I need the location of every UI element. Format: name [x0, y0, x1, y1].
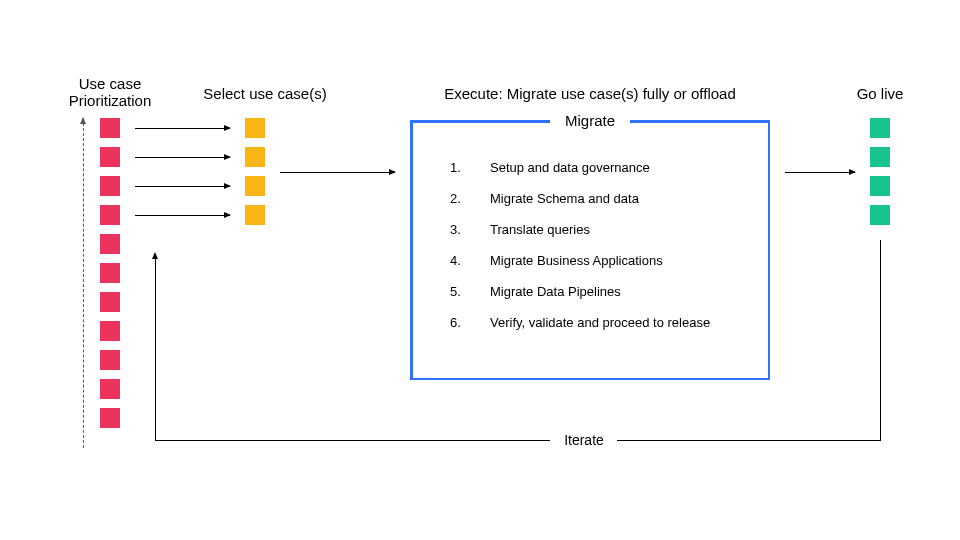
red-square: [100, 379, 120, 399]
prioritization-axis-arrow: [83, 118, 84, 448]
red-square: [100, 176, 120, 196]
migrate-step: Verify, validate and proceed to release: [450, 315, 750, 330]
green-square: [870, 147, 890, 167]
iterate-label: Iterate: [550, 432, 618, 448]
red-square: [100, 350, 120, 370]
migrate-step: Setup and data governance: [450, 160, 750, 175]
iterate-arrowhead: [152, 252, 158, 259]
heading-prioritization: Use case Prioritization: [50, 75, 170, 109]
heading-select: Select use case(s): [185, 85, 345, 102]
amber-square: [245, 147, 265, 167]
red-square: [100, 118, 120, 138]
migrate-left-border: [410, 120, 413, 380]
migrate-bottom-border: [410, 378, 770, 381]
red-square: [100, 234, 120, 254]
red-square: [100, 408, 120, 428]
prioritization-column: [100, 118, 120, 428]
heading-prioritization-line2: Prioritization: [69, 92, 152, 109]
select-column: [245, 118, 265, 225]
arrow-red-to-amber-1: [135, 128, 230, 129]
migrate-top-border-right: [630, 120, 770, 123]
migrate-label: Migrate: [560, 112, 620, 129]
red-square: [100, 321, 120, 341]
green-square: [870, 205, 890, 225]
green-square: [870, 118, 890, 138]
migrate-box: Migrate Setup and data governanceMigrate…: [410, 120, 770, 380]
heading-execute: Execute: Migrate use case(s) fully or of…: [410, 85, 770, 102]
iterate-horizontal-left: [155, 440, 550, 441]
red-square: [100, 205, 120, 225]
arrow-red-to-amber-2: [135, 157, 230, 158]
arrow-red-to-amber-4: [135, 215, 230, 216]
golive-column: [870, 118, 890, 225]
diagram-stage: Use case Prioritization Select use case(…: [0, 0, 960, 540]
amber-square: [245, 118, 265, 138]
migrate-step: Migrate Schema and data: [450, 191, 750, 206]
arrow-red-to-amber-3: [135, 186, 230, 187]
amber-square: [245, 205, 265, 225]
red-square: [100, 147, 120, 167]
migrate-step: Translate queries: [450, 222, 750, 237]
heading-prioritization-line1: Use case: [79, 75, 142, 92]
migrate-steps: Setup and data governanceMigrate Schema …: [450, 160, 750, 346]
migrate-top-border-left: [410, 120, 550, 123]
iterate-right-vertical: [880, 240, 881, 440]
heading-golive: Go live: [840, 85, 920, 102]
arrow-migrate-to-golive: [785, 172, 855, 173]
red-square: [100, 292, 120, 312]
iterate-left-vertical: [155, 258, 156, 441]
green-square: [870, 176, 890, 196]
arrow-select-to-migrate: [280, 172, 395, 173]
migrate-right-border: [768, 120, 771, 380]
iterate-horizontal-right: [617, 440, 881, 441]
migrate-step: Migrate Business Applications: [450, 253, 750, 268]
red-square: [100, 263, 120, 283]
migrate-step: Migrate Data Pipelines: [450, 284, 750, 299]
amber-square: [245, 176, 265, 196]
